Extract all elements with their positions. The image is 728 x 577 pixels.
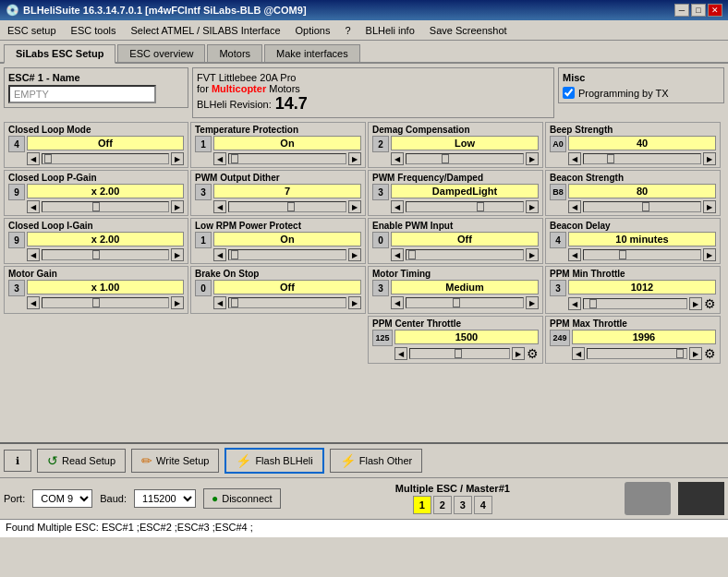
enable-pwm-input-label: Enable PWM Input (372, 221, 539, 231)
low-rpm-power-protect-inc[interactable]: ▶ (348, 248, 361, 261)
ppm-center-throttle-label: PPM Center Throttle (372, 319, 539, 329)
motor-gain-dec[interactable]: ◀ (27, 296, 40, 309)
brake-on-stop-inc[interactable]: ▶ (348, 296, 361, 309)
ppm-center-throttle-slider: ◀ ▶ ⚙ (394, 346, 539, 361)
low-rpm-power-protect-label: Low RPM Power Protect (195, 221, 361, 231)
motor-gain-track[interactable] (42, 297, 169, 308)
menu-esc-setup[interactable]: ESC setup (4, 23, 60, 38)
ppm-min-throttle-track[interactable] (583, 298, 687, 309)
temp-protection-track[interactable] (228, 153, 346, 164)
demag-compensation-track[interactable] (406, 153, 524, 164)
esc-num-1[interactable]: 1 (413, 496, 431, 514)
tab-silabs-esc-setup[interactable]: SiLabs ESC Setup (4, 44, 115, 64)
pwm-frequency-track[interactable] (406, 201, 524, 212)
low-rpm-power-protect-track[interactable] (228, 249, 346, 260)
beep-strength-track[interactable] (583, 153, 701, 164)
beacon-delay-track[interactable] (583, 249, 701, 260)
closed-loop-pgain-dec[interactable]: ◀ (27, 200, 40, 213)
beacon-delay-inc[interactable]: ▶ (703, 248, 716, 261)
enable-pwm-input-track[interactable] (406, 249, 524, 260)
beacon-delay-dec[interactable]: ◀ (568, 248, 581, 261)
ppm-max-throttle-slider: ◀ ▶ ⚙ (572, 346, 716, 361)
motor-gain-value: x 1.00 (27, 280, 184, 295)
menu-help[interactable]: ? (341, 23, 354, 38)
menu-blheli-info[interactable]: BLHeli info (362, 23, 419, 38)
beacon-strength-track[interactable] (583, 201, 701, 212)
ppm-center-throttle-inc[interactable]: ▶ (512, 347, 525, 360)
brake-on-stop-dec[interactable]: ◀ (213, 296, 226, 309)
enable-pwm-input-right: Off ◀ ▶ (391, 232, 539, 261)
ppm-min-throttle-badge: 3 (550, 280, 566, 296)
firmware-line1: FVT Littlebee 20A Pro (197, 72, 550, 83)
pwm-frequency-dec[interactable]: ◀ (391, 200, 404, 213)
flash-other-label: Flash Other (359, 455, 412, 466)
pwm-output-dither-track[interactable] (228, 201, 346, 212)
prog-by-tx-checkbox[interactable] (563, 87, 575, 99)
low-rpm-power-protect-value: On (213, 232, 361, 246)
port-select[interactable]: COM 9 (32, 489, 92, 508)
beep-strength-dec[interactable]: ◀ (568, 152, 581, 165)
baud-select[interactable]: 115200 (134, 489, 196, 508)
beacon-strength-dec[interactable]: ◀ (568, 200, 581, 213)
closed-loop-igain-track[interactable] (42, 249, 169, 260)
esc-name-input[interactable] (8, 85, 156, 103)
enable-pwm-input-inc[interactable]: ▶ (526, 248, 539, 261)
write-setup-button[interactable]: ✏ Write Setup (131, 449, 219, 473)
maximize-button[interactable]: □ (691, 4, 706, 17)
menu-options[interactable]: Options (292, 23, 334, 38)
low-rpm-power-protect-dec[interactable]: ◀ (213, 248, 226, 261)
firmware-version: 14.7 (275, 94, 308, 114)
closed-loop-mode-track[interactable] (42, 153, 169, 164)
disconnect-label: Disconnect (222, 493, 272, 504)
demag-compensation-inc[interactable]: ▶ (526, 152, 539, 165)
closed-loop-pgain-badge: 9 (8, 184, 25, 200)
esc-num-2[interactable]: 2 (433, 496, 452, 514)
demag-compensation-dec[interactable]: ◀ (391, 152, 404, 165)
temp-protection-value: On (213, 136, 361, 150)
closed-loop-pgain-track[interactable] (42, 201, 169, 212)
disconnect-button[interactable]: ● Disconnect (203, 488, 281, 509)
closed-loop-igain-dec[interactable]: ◀ (27, 248, 40, 261)
flash-blheli-button[interactable]: ⚡ Flash BLHeli (224, 448, 323, 474)
motor-gain-inc[interactable]: ▶ (171, 296, 184, 309)
closed-loop-mode-inc[interactable]: ▶ (171, 152, 184, 165)
read-setup-button[interactable]: ↺ Read Setup (37, 449, 126, 473)
brake-on-stop-track[interactable] (228, 297, 346, 308)
closed-loop-pgain-inc[interactable]: ▶ (171, 200, 184, 213)
menu-select-interface[interactable]: Select ATMEL / SILABS Interface (127, 23, 285, 38)
ppm-min-throttle-inc[interactable]: ▶ (689, 297, 702, 310)
brake-on-stop-block: Brake On Stop 0 Off ◀ ▶ (190, 266, 366, 314)
beacon-strength-inc[interactable]: ▶ (703, 200, 716, 213)
ppm-center-throttle-dec[interactable]: ◀ (394, 347, 407, 360)
tab-motors[interactable]: Motors (207, 44, 262, 62)
tab-make-interfaces[interactable]: Make interfaces (264, 44, 360, 62)
menu-save-screenshot[interactable]: Save Screenshot (426, 23, 511, 38)
pwm-output-dither-dec[interactable]: ◀ (213, 200, 226, 213)
closed-loop-igain-inc[interactable]: ▶ (171, 248, 184, 261)
temp-protection-inc[interactable]: ▶ (348, 152, 361, 165)
brake-on-stop-right: Off ◀ ▶ (213, 280, 361, 309)
tab-esc-overview[interactable]: ESC overview (117, 44, 205, 62)
closed-loop-mode-dec[interactable]: ◀ (27, 152, 40, 165)
motor-timing-dec[interactable]: ◀ (391, 296, 404, 309)
temp-protection-dec[interactable]: ◀ (213, 152, 226, 165)
close-button[interactable]: ✕ (708, 4, 722, 17)
flash-other-button[interactable]: ⚡ Flash Other (330, 449, 422, 473)
info-button[interactable]: ℹ (4, 450, 31, 472)
pwm-output-dither-inc[interactable]: ▶ (348, 200, 361, 213)
ppm-max-throttle-inc[interactable]: ▶ (689, 347, 702, 360)
esc-num-3[interactable]: 3 (454, 496, 472, 514)
esc-num-4[interactable]: 4 (474, 496, 492, 514)
ppm-center-throttle-track[interactable] (409, 348, 510, 359)
pwm-frequency-inc[interactable]: ▶ (526, 200, 539, 213)
enable-pwm-input-dec[interactable]: ◀ (391, 248, 404, 261)
ppm-max-throttle-dec[interactable]: ◀ (572, 347, 585, 360)
ppm-max-throttle-track[interactable] (587, 348, 687, 359)
motor-timing-inc[interactable]: ▶ (526, 296, 539, 309)
motor-timing-track[interactable] (406, 297, 524, 308)
minimize-button[interactable]: ─ (674, 4, 689, 17)
menu-esc-tools[interactable]: ESC tools (67, 23, 120, 38)
ppm-min-throttle-dec[interactable]: ◀ (568, 297, 581, 310)
beep-strength-inc[interactable]: ▶ (703, 152, 716, 165)
pwm-output-dither-badge: 3 (195, 184, 212, 200)
